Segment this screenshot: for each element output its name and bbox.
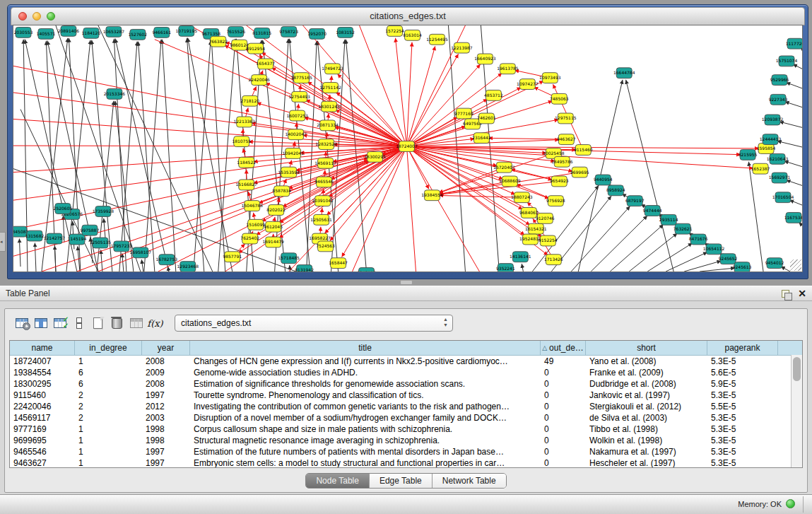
table-cell[interactable]: 0 [541, 412, 586, 424]
table-cell[interactable]: 1997 [142, 446, 190, 457]
table-cell[interactable]: 9463627 [10, 457, 75, 468]
table-cell[interactable]: Estimation of the future numbers of pati… [190, 446, 541, 457]
delete-entry-button[interactable] [107, 315, 126, 332]
network-svg[interactable]: 2030553140557120891406118412010653287152… [13, 25, 802, 271]
new-table-button[interactable] [88, 315, 107, 332]
close-panel-icon[interactable]: ✕ [798, 288, 806, 298]
column-header-out_de[interactable]: △out_de… [541, 341, 586, 355]
table-cell[interactable]: 2012 [142, 401, 190, 412]
panel-divider-handle[interactable] [400, 280, 413, 285]
table-cell[interactable]: 0 [541, 401, 586, 412]
table-cell[interactable]: Genome-wide association studies in ADHD. [190, 367, 541, 378]
table-cell[interactable]: 2 [75, 412, 142, 424]
table-cell[interactable]: 1 [75, 424, 142, 435]
scrollbar-thumb[interactable] [793, 357, 801, 381]
table-cell[interactable]: 49 [541, 356, 586, 367]
column-header-pagerank[interactable]: pagerank [707, 341, 778, 355]
memory-ok-icon[interactable] [786, 499, 795, 508]
table-cell[interactable]: 1997 [142, 390, 190, 401]
column-header-name[interactable]: name [10, 341, 75, 355]
function-builder-button[interactable]: f(x) [146, 315, 165, 332]
table-row[interactable]: 969969511998Structural magnetic resonanc… [10, 435, 802, 446]
table-cell[interactable]: 5.6E-5 [707, 367, 778, 378]
network-canvas[interactable]: 2030553140557120891406118412010653287152… [13, 25, 803, 272]
table-cell[interactable]: Changes of HCN gene expression and I(f) … [190, 356, 541, 367]
table-cell[interactable]: 9777169 [10, 424, 75, 435]
table-cell[interactable]: Embryonic stem cells: a model to study s… [190, 457, 541, 468]
table-cell[interactable]: 5.3E-5 [707, 356, 778, 367]
table-cell[interactable]: 5.3E-5 [707, 435, 778, 446]
float-panel-icon[interactable] [782, 290, 789, 298]
table-cell[interactable]: 0 [541, 457, 586, 468]
table-scrollbar[interactable] [791, 355, 802, 467]
table-cell[interactable]: 5.3E-5 [707, 457, 778, 468]
table-cell[interactable]: 2008 [142, 356, 190, 367]
table-row[interactable]: 1872400712008Changes of HCN gene express… [10, 356, 802, 367]
tab-node-table[interactable]: Node Table [306, 474, 369, 488]
table-row[interactable]: 977716911998Corpus callosum shape and si… [10, 424, 802, 435]
table-row[interactable]: 1938455462009Genome-wide association stu… [10, 367, 802, 378]
table-cell[interactable]: Jankovic et al. (1997) [586, 390, 707, 401]
table-row[interactable]: 946554611997Estimation of the future num… [10, 446, 802, 457]
table-cell[interactable]: 1998 [142, 435, 190, 446]
column-header-title[interactable]: title [190, 341, 541, 355]
select-columns-button[interactable] [31, 315, 50, 332]
table-cell[interactable]: 5.9E-5 [707, 378, 778, 390]
table-cell[interactable]: 14569117 [10, 412, 75, 424]
table-cell[interactable]: 1998 [142, 424, 190, 435]
table-row[interactable]: 911546021997Tourette syndrome. Phenomeno… [10, 390, 802, 401]
select-rows-button[interactable]: ✓✓ [50, 315, 69, 332]
table-cell[interactable]: 19384554 [10, 367, 75, 378]
table-cell[interactable]: de Silva et al. (2003) [586, 412, 707, 424]
table-cell[interactable]: 0 [541, 367, 586, 378]
table-cell[interactable]: Dudbridge et al. (2008) [586, 378, 707, 390]
table-cell[interactable]: 1 [75, 457, 142, 468]
table-cell[interactable]: 5.3E-5 [707, 412, 778, 424]
table-cell[interactable]: 18724007 [10, 356, 75, 367]
table-row[interactable]: 1830029562008Estimation of significance … [10, 378, 802, 390]
table-cell[interactable]: 5.5E-5 [707, 401, 778, 412]
table-cell[interactable]: 0 [541, 424, 586, 435]
table-cell[interactable]: 9699695 [10, 435, 75, 446]
table-cell[interactable]: 2 [75, 390, 142, 401]
canvas-resize-grip[interactable] [790, 259, 801, 271]
table-cell[interactable]: 0 [541, 390, 586, 401]
table-cell[interactable]: 5.3E-5 [707, 424, 778, 435]
table-cell[interactable]: Investigating the contribution of common… [190, 401, 541, 412]
table-selector-dropdown[interactable]: citations_edges.txt ▲▼ [175, 315, 453, 332]
table-cell[interactable]: Nakamura et al. (1997) [586, 446, 707, 457]
table-row[interactable]: 2242004622012Investigating the contribut… [10, 401, 802, 412]
table-cell[interactable]: Estimation of significance thresholds fo… [190, 378, 541, 390]
table-cell[interactable]: 1 [75, 446, 142, 457]
table-cell[interactable]: Disruption of a novel member of a sodium… [190, 412, 541, 424]
tab-edge-table[interactable]: Edge Table [369, 474, 432, 488]
window-titlebar[interactable]: citations_edges.txt [11, 7, 805, 25]
table-cell[interactable]: 5.3E-5 [707, 446, 778, 457]
table-cell[interactable]: Structural magnetic resonance image aver… [190, 435, 541, 446]
table-row[interactable]: 946362711997Embryonic stem cells: a mode… [10, 457, 802, 468]
table-cell[interactable]: 0 [541, 378, 586, 390]
table-cell[interactable]: 9115460 [10, 390, 75, 401]
tab-network-table[interactable]: Network Table [432, 474, 506, 488]
table-cell[interactable]: Corpus callosum shape and size in male p… [190, 424, 541, 435]
row-height-button[interactable] [69, 315, 88, 332]
table-cell[interactable]: Tourette syndrome. Phenomenology and cla… [190, 390, 541, 401]
table-cell[interactable]: 9465546 [10, 446, 75, 457]
table-cell[interactable]: 6 [75, 367, 142, 378]
table-cell[interactable]: 2008 [142, 378, 190, 390]
table-cell[interactable]: Stergiakouli et al. (2012) [586, 401, 707, 412]
collapsed-panel-handle[interactable]: ◂ [0, 232, 6, 252]
table-cell[interactable]: Wolkin et al. (1998) [586, 435, 707, 446]
column-header-short[interactable]: short [586, 341, 707, 355]
table-cell[interactable]: 2009 [142, 367, 190, 378]
table-cell[interactable]: 1997 [142, 457, 190, 468]
table-cell[interactable]: 0 [541, 446, 586, 457]
table-row[interactable]: 1456911722003Disruption of a novel membe… [10, 412, 802, 424]
table-cell[interactable]: 6 [75, 378, 142, 390]
table-cell[interactable]: 2003 [142, 412, 190, 424]
column-header-in_degree[interactable]: in_degree [75, 341, 142, 355]
table-cell[interactable]: 2 [75, 401, 142, 412]
table-settings-button[interactable] [12, 315, 31, 332]
column-header-year[interactable]: year [142, 341, 190, 355]
table-cell[interactable]: 22420046 [10, 401, 75, 412]
